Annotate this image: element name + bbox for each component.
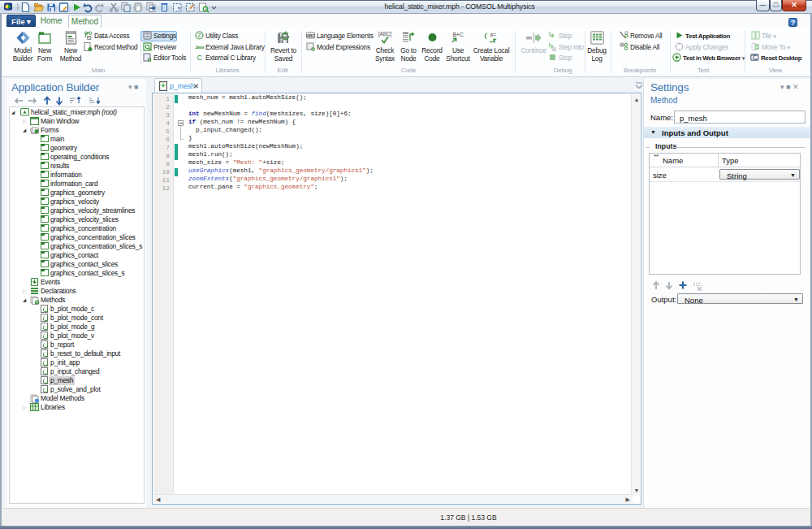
svg-text:B+C: B+C — [452, 32, 463, 37]
svg-text:ABC: ABC — [306, 33, 315, 38]
svg-text:T: T — [493, 38, 497, 44]
svg-text:[ABC]: [ABC] — [378, 31, 391, 37]
svg-text:Z: Z — [197, 33, 201, 38]
svg-text:Java: Java — [195, 45, 204, 50]
svg-text:a=: a= — [490, 32, 495, 37]
svg-text:C: C — [197, 54, 202, 62]
